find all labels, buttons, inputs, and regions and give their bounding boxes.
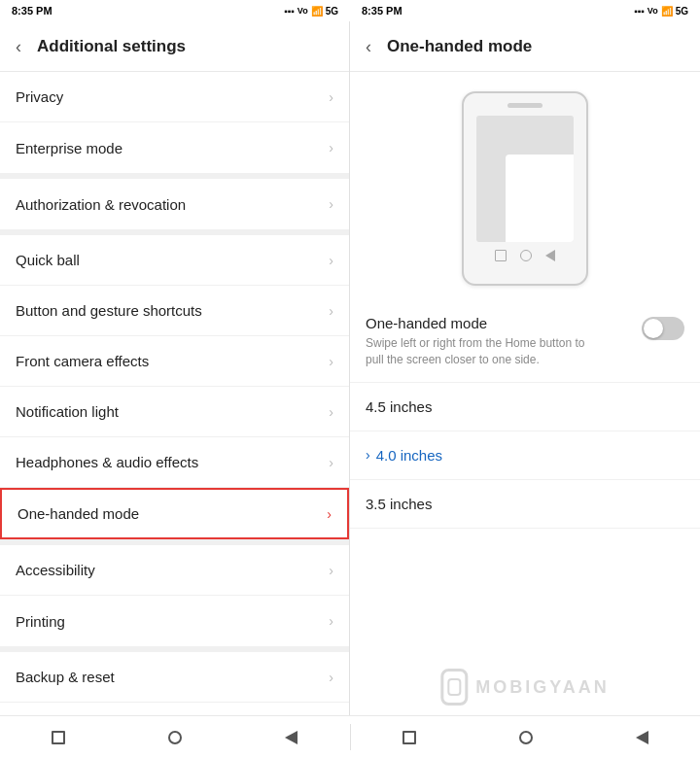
right-panel-title: One-handed mode bbox=[387, 37, 532, 56]
frontcamera-chevron: › bbox=[329, 354, 333, 369]
signal-icon: ▪▪▪ bbox=[284, 6, 295, 17]
settings-item-notificationlight[interactable]: Notification light › bbox=[0, 387, 349, 437]
size-3.5-label: 3.5 inches bbox=[366, 496, 432, 512]
right-network-icon: Vo bbox=[648, 6, 658, 16]
authorization-chevron: › bbox=[329, 196, 333, 212]
enterprise-chevron: › bbox=[329, 140, 333, 155]
selected-arrow-icon: › bbox=[366, 447, 370, 463]
settings-item-privacy[interactable]: Privacy › bbox=[0, 72, 349, 122]
left-nav-square-icon[interactable] bbox=[52, 731, 65, 744]
quickball-label: Quick ball bbox=[16, 252, 329, 268]
backupreset-label: Backup & reset bbox=[16, 669, 329, 685]
size-4.5-label: 4.5 inches bbox=[366, 398, 432, 415]
frontcamera-label: Front camera effects bbox=[16, 353, 329, 369]
mode-toggle[interactable] bbox=[642, 317, 684, 340]
left-panel: ‹ Additional settings Privacy › Enterpri… bbox=[0, 21, 350, 715]
size-option-4.0[interactable]: › 4.0 inches bbox=[350, 431, 700, 480]
right-panel-header: ‹ One-handed mode bbox=[350, 21, 700, 72]
backupreset-chevron: › bbox=[329, 670, 333, 685]
notificationlight-chevron: › bbox=[329, 404, 333, 420]
left-time: 8:35 PM bbox=[12, 5, 52, 17]
left-nav-section bbox=[0, 716, 350, 758]
phone-nav-triangle bbox=[545, 250, 555, 261]
accessibility-chevron: › bbox=[329, 563, 333, 578]
watermark: MOBIGYAAN bbox=[440, 669, 609, 706]
phone-bottom-nav bbox=[495, 250, 555, 261]
settings-item-quickball[interactable]: Quick ball › bbox=[0, 235, 349, 286]
right-nav-square-icon[interactable] bbox=[402, 731, 416, 744]
right-back-button[interactable]: ‹ bbox=[366, 38, 371, 55]
notificationlight-label: Notification light bbox=[16, 403, 329, 420]
settings-list: Privacy › Enterprise mode › Authorizatio… bbox=[0, 72, 349, 715]
phone-screen bbox=[476, 116, 574, 242]
left-back-button[interactable]: ‹ bbox=[16, 38, 21, 55]
right-time: 8:35 PM bbox=[362, 5, 402, 17]
size-option-3.5[interactable]: 3.5 inches bbox=[350, 480, 700, 529]
left-panel-header: ‹ Additional settings bbox=[0, 21, 349, 72]
settings-item-frontcamera[interactable]: Front camera effects › bbox=[0, 336, 349, 387]
buttongesture-label: Button and gesture shortcuts bbox=[16, 302, 329, 319]
wifi-icon: 📶 bbox=[311, 6, 323, 17]
settings-section-4: Accessibility › Printing › bbox=[0, 545, 349, 652]
right-nav-circle-icon[interactable] bbox=[519, 731, 533, 744]
settings-section-3: Quick ball › Button and gesture shortcut… bbox=[0, 235, 349, 545]
size-4.0-label: 4.0 inches bbox=[376, 447, 442, 464]
left-nav-circle-icon[interactable] bbox=[168, 731, 182, 744]
headphones-chevron: › bbox=[329, 455, 333, 470]
onehandedmode-label: One-handed mode bbox=[18, 505, 327, 522]
size-options: 4.5 inches › 4.0 inches 3.5 inches bbox=[350, 383, 700, 549]
phone-preview-area bbox=[350, 72, 700, 301]
settings-item-authorization[interactable]: Authorization & revocation › bbox=[0, 179, 349, 229]
settings-item-buttongesture[interactable]: Button and gesture shortcuts › bbox=[0, 286, 349, 336]
buttongesture-chevron: › bbox=[329, 303, 333, 319]
mode-label: One-handed mode bbox=[366, 315, 599, 331]
watermark-text: MOBIGYAAN bbox=[475, 677, 609, 698]
authorization-label: Authorization & revocation bbox=[16, 196, 329, 213]
settings-item-mimover[interactable]: Mi Mover › bbox=[0, 703, 349, 715]
mode-setting-row: One-handed mode Swipe left or right from… bbox=[350, 301, 700, 383]
printing-label: Printing bbox=[16, 613, 329, 630]
settings-section-1: Privacy › Enterprise mode › bbox=[0, 72, 349, 179]
headphones-label: Headphones & audio effects bbox=[16, 454, 329, 470]
right-status-bar: 8:35 PM ▪▪▪ Vo 📶 5G bbox=[350, 0, 700, 21]
settings-section-2: Authorization & revocation › bbox=[0, 179, 349, 235]
settings-item-enterprise[interactable]: Enterprise mode › bbox=[0, 122, 349, 173]
phone-nav-circle bbox=[520, 250, 532, 261]
battery-icon: 5G bbox=[326, 6, 338, 17]
right-nav-triangle-icon[interactable] bbox=[636, 731, 648, 744]
phone-nav-square bbox=[495, 250, 507, 261]
privacy-chevron: › bbox=[329, 89, 333, 105]
privacy-label: Privacy bbox=[16, 88, 329, 105]
left-nav-triangle-icon[interactable] bbox=[285, 731, 298, 744]
mode-description: Swipe left or right from the Home button… bbox=[366, 335, 599, 368]
size-option-4.5[interactable]: 4.5 inches bbox=[350, 383, 700, 431]
right-wifi-icon: 📶 bbox=[661, 6, 673, 17]
settings-item-accessibility[interactable]: Accessibility › bbox=[0, 545, 349, 596]
nav-bar bbox=[0, 715, 700, 758]
phone-mockup bbox=[462, 91, 588, 286]
mode-setting-text: One-handed mode Swipe left or right from… bbox=[366, 315, 599, 368]
settings-item-backupreset[interactable]: Backup & reset › bbox=[0, 652, 349, 703]
right-signal-icon: ▪▪▪ bbox=[634, 6, 645, 17]
phone-speaker bbox=[508, 103, 542, 108]
settings-item-headphones[interactable]: Headphones & audio effects › bbox=[0, 437, 349, 488]
settings-item-printing[interactable]: Printing › bbox=[0, 596, 349, 646]
settings-item-onehandedmode[interactable]: One-handed mode › bbox=[0, 488, 349, 539]
right-panel: ‹ One-handed mode bbox=[350, 21, 700, 715]
printing-chevron: › bbox=[329, 613, 333, 629]
left-panel-title: Additional settings bbox=[37, 37, 186, 56]
left-status-bar: 8:35 PM ▪▪▪ Vo 📶 5G bbox=[0, 0, 350, 21]
right-nav-section bbox=[351, 716, 701, 758]
phone-screen-inner bbox=[506, 155, 574, 242]
quickball-chevron: › bbox=[329, 253, 333, 268]
onehandedmode-chevron: › bbox=[327, 506, 332, 522]
toggle-knob bbox=[644, 319, 663, 338]
accessibility-label: Accessibility bbox=[16, 562, 329, 578]
network-icon: Vo bbox=[298, 6, 308, 16]
settings-section-5: Backup & reset › Mi Mover › bbox=[0, 652, 349, 715]
right-battery-icon: 5G bbox=[676, 6, 688, 17]
enterprise-label: Enterprise mode bbox=[16, 140, 329, 156]
